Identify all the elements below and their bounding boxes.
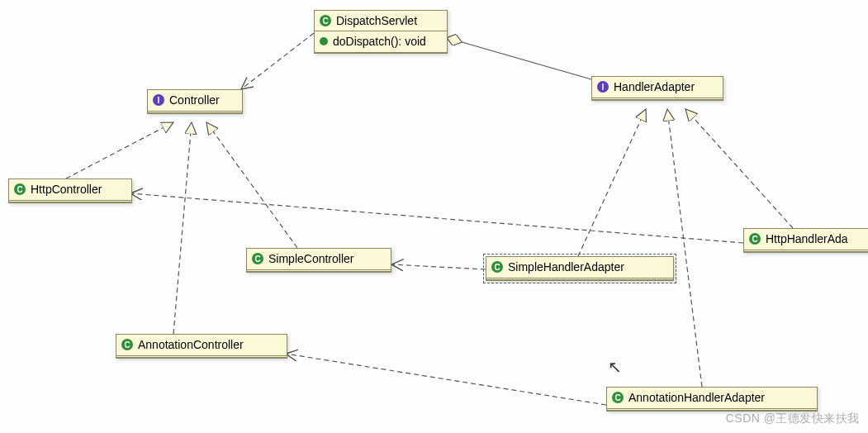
class-name: HandlerAdapter xyxy=(614,80,695,93)
class-name: SimpleHandlerAdapter xyxy=(508,260,624,274)
interface-icon: I xyxy=(597,81,609,93)
svg-line-5 xyxy=(578,109,646,256)
class-icon: C xyxy=(320,15,331,26)
class-simple-handler-adapter[interactable]: C SimpleHandlerAdapter xyxy=(486,256,674,281)
class-name: HttpHandlerAda xyxy=(766,232,848,245)
class-name: DispatchServlet xyxy=(336,14,417,27)
interface-controller[interactable]: I Controller xyxy=(147,89,243,114)
class-name: AnnotationHandlerAdapter xyxy=(628,391,765,404)
method-name: doDispatch(): void xyxy=(333,35,426,48)
svg-line-7 xyxy=(667,109,702,387)
class-simple-controller[interactable]: C SimpleController xyxy=(246,248,391,273)
class-annotation-controller[interactable]: C AnnotationController xyxy=(116,334,287,359)
svg-line-4 xyxy=(173,122,192,334)
class-name: HttpController xyxy=(31,183,102,196)
class-name: AnnotationController xyxy=(138,338,244,351)
uml-canvas: C DispatchServlet doDispatch(): void I C… xyxy=(0,0,868,433)
class-name: Controller xyxy=(169,93,220,107)
interface-handler-adapter[interactable]: I HandlerAdapter xyxy=(591,76,723,101)
svg-line-1 xyxy=(448,38,591,79)
svg-line-0 xyxy=(241,33,314,89)
class-name: SimpleController xyxy=(268,252,353,265)
class-http-handler-adapter[interactable]: C HttpHandlerAda xyxy=(743,228,868,253)
class-http-controller[interactable]: C HttpController xyxy=(8,178,132,203)
svg-line-2 xyxy=(66,122,173,178)
connectors-layer xyxy=(0,0,868,433)
class-icon: C xyxy=(749,233,761,245)
method-icon xyxy=(320,37,328,45)
svg-line-3 xyxy=(206,122,297,248)
svg-line-10 xyxy=(286,354,606,405)
class-icon: C xyxy=(121,339,133,350)
class-icon: C xyxy=(252,253,263,264)
interface-icon: I xyxy=(153,94,164,106)
watermark: CSDN @王德发快来扶我 xyxy=(726,412,860,426)
mouse-cursor-icon: ↖ xyxy=(608,357,622,377)
svg-line-9 xyxy=(391,264,486,269)
svg-line-8 xyxy=(130,193,743,243)
class-annotation-handler-adapter[interactable]: C AnnotationHandlerAdapter xyxy=(606,387,818,412)
class-icon: C xyxy=(14,183,26,195)
svg-line-6 xyxy=(685,109,793,228)
class-dispatch-servlet[interactable]: C DispatchServlet doDispatch(): void xyxy=(314,10,448,54)
class-icon: C xyxy=(612,392,624,403)
class-icon: C xyxy=(491,261,503,273)
